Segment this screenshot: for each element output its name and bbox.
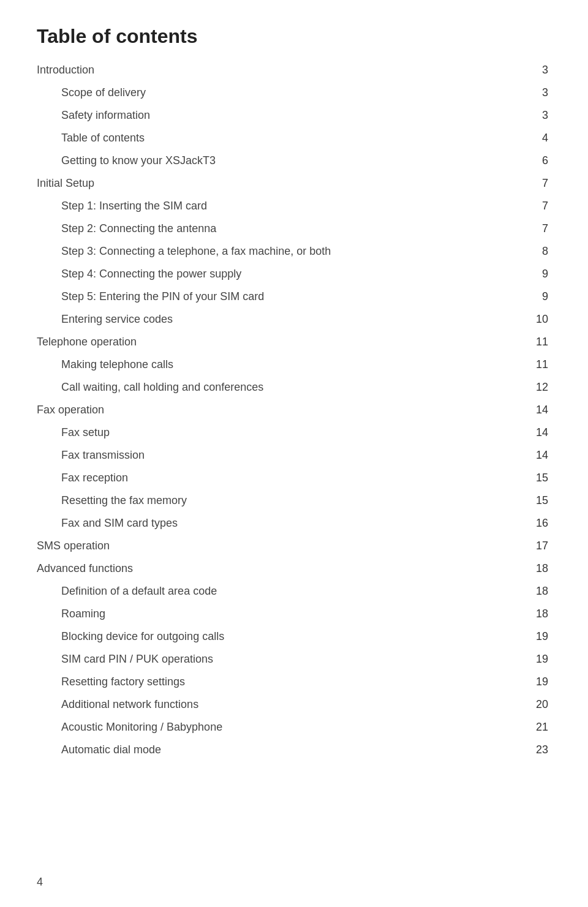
toc-entry-label: Telephone operation: [37, 331, 521, 353]
toc-row: Table of contents4: [37, 127, 551, 149]
toc-entry-page: 6: [521, 149, 551, 172]
toc-entry-page: 8: [521, 240, 551, 263]
toc-row: Roaming18: [37, 603, 551, 625]
toc-entry-page: 19: [521, 648, 551, 671]
toc-entry-page: 3: [521, 59, 551, 81]
toc-entry-label: Advanced functions: [37, 557, 521, 580]
toc-entry-page: 7: [521, 217, 551, 240]
toc-entry-page: 10: [521, 308, 551, 331]
toc-entry-label: Step 2: Connecting the antenna: [37, 217, 521, 240]
toc-entry-page: 14: [521, 444, 551, 467]
toc-row: Step 3: Connecting a telephone, a fax ma…: [37, 240, 551, 263]
toc-entry-label: Initial Setup: [37, 172, 521, 195]
toc-entry-page: 17: [521, 535, 551, 557]
toc-entry-label: Fax transmission: [37, 444, 521, 467]
toc-row: Blocking device for outgoing calls19: [37, 625, 551, 648]
toc-row: Fax reception15: [37, 467, 551, 489]
toc-entry-label: Additional network functions: [37, 693, 521, 716]
toc-entry-label: Resetting factory settings: [37, 671, 521, 693]
toc-entry-label: Table of contents: [37, 127, 521, 149]
toc-row: Entering service codes10: [37, 308, 551, 331]
toc-row: Fax transmission14: [37, 444, 551, 467]
toc-row: Advanced functions18: [37, 557, 551, 580]
toc-entry-page: 18: [521, 580, 551, 603]
toc-entry-page: 7: [521, 172, 551, 195]
toc-entry-label: Entering service codes: [37, 308, 521, 331]
toc-row: Automatic dial mode23: [37, 739, 551, 761]
toc-entry-page: 18: [521, 603, 551, 625]
toc-entry-label: Step 5: Entering the PIN of your SIM car…: [37, 285, 521, 308]
toc-entry-page: 9: [521, 285, 551, 308]
toc-table: Introduction3Scope of delivery3Safety in…: [37, 59, 551, 761]
toc-entry-page: 12: [521, 376, 551, 399]
toc-entry-page: 3: [521, 81, 551, 104]
toc-entry-label: Resetting the fax memory: [37, 489, 521, 512]
toc-entry-page: 7: [521, 195, 551, 217]
toc-entry-page: 19: [521, 625, 551, 648]
toc-title: Table of contents: [37, 24, 551, 48]
toc-entry-label: Step 3: Connecting a telephone, a fax ma…: [37, 240, 521, 263]
toc-entry-page: 14: [521, 399, 551, 421]
toc-entry-label: Roaming: [37, 603, 521, 625]
toc-row: Additional network functions20: [37, 693, 551, 716]
toc-entry-label: Introduction: [37, 59, 521, 81]
toc-entry-page: 4: [521, 127, 551, 149]
toc-row: Telephone operation11: [37, 331, 551, 353]
toc-entry-page: 15: [521, 489, 551, 512]
toc-row: Step 1: Inserting the SIM card7: [37, 195, 551, 217]
toc-row: Call waiting, call holding and conferenc…: [37, 376, 551, 399]
toc-entry-page: 21: [521, 716, 551, 739]
toc-entry-label: Step 1: Inserting the SIM card: [37, 195, 521, 217]
toc-entry-page: 11: [521, 331, 551, 353]
toc-row: Definition of a default area code18: [37, 580, 551, 603]
toc-entry-label: Getting to know your XSJackT3: [37, 149, 521, 172]
toc-entry-page: 20: [521, 693, 551, 716]
toc-entry-page: 15: [521, 467, 551, 489]
toc-entry-label: Safety information: [37, 104, 521, 127]
toc-entry-page: 19: [521, 671, 551, 693]
toc-row: Introduction3: [37, 59, 551, 81]
toc-entry-page: 16: [521, 512, 551, 535]
toc-row: Acoustic Monitoring / Babyphone21: [37, 716, 551, 739]
toc-row: Safety information3: [37, 104, 551, 127]
toc-row: SMS operation17: [37, 535, 551, 557]
toc-row: Resetting the fax memory15: [37, 489, 551, 512]
toc-row: Fax and SIM card types16: [37, 512, 551, 535]
toc-entry-label: Step 4: Connecting the power supply: [37, 263, 521, 285]
toc-row: Resetting factory settings19: [37, 671, 551, 693]
toc-entry-page: 18: [521, 557, 551, 580]
toc-entry-label: Fax and SIM card types: [37, 512, 521, 535]
toc-entry-page: 14: [521, 421, 551, 444]
toc-entry-label: Definition of a default area code: [37, 580, 521, 603]
toc-entry-label: Automatic dial mode: [37, 739, 521, 761]
toc-row: Scope of delivery3: [37, 81, 551, 104]
toc-entry-label: SMS operation: [37, 535, 521, 557]
page-number: 4: [37, 876, 43, 889]
toc-row: Step 2: Connecting the antenna7: [37, 217, 551, 240]
toc-entry-page: 3: [521, 104, 551, 127]
toc-row: Step 5: Entering the PIN of your SIM car…: [37, 285, 551, 308]
toc-row: Fax operation14: [37, 399, 551, 421]
toc-row: Step 4: Connecting the power supply9: [37, 263, 551, 285]
toc-entry-label: Fax setup: [37, 421, 521, 444]
toc-entry-label: Blocking device for outgoing calls: [37, 625, 521, 648]
toc-entry-label: Fax operation: [37, 399, 521, 421]
toc-entry-label: Acoustic Monitoring / Babyphone: [37, 716, 521, 739]
toc-row: Getting to know your XSJackT36: [37, 149, 551, 172]
toc-row: Initial Setup7: [37, 172, 551, 195]
toc-row: SIM card PIN / PUK operations19: [37, 648, 551, 671]
toc-entry-label: Making telephone calls: [37, 353, 521, 376]
toc-row: Making telephone calls11: [37, 353, 551, 376]
toc-entry-label: Fax reception: [37, 467, 521, 489]
toc-entry-page: 11: [521, 353, 551, 376]
toc-entry-page: 9: [521, 263, 551, 285]
toc-entry-page: 23: [521, 739, 551, 761]
toc-row: Fax setup14: [37, 421, 551, 444]
toc-entry-label: Call waiting, call holding and conferenc…: [37, 376, 521, 399]
toc-entry-label: Scope of delivery: [37, 81, 521, 104]
toc-entry-label: SIM card PIN / PUK operations: [37, 648, 521, 671]
